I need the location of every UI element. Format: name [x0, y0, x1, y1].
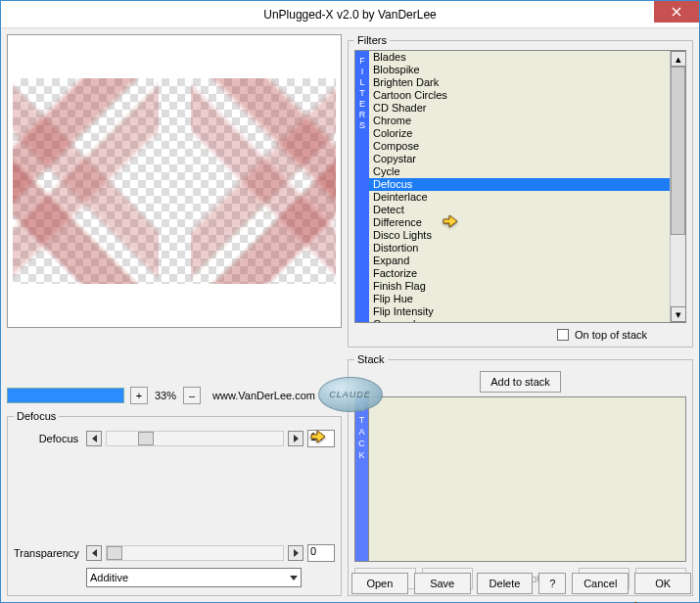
defocus-thumb[interactable] [138, 432, 154, 445]
filter-item[interactable]: Cycle [369, 165, 670, 178]
defocus-track[interactable] [106, 431, 284, 446]
blend-mode-value: Additive [90, 572, 128, 583]
scroll-thumb[interactable] [671, 67, 685, 235]
footer-button-row: Open Save Delete ? Cancel OK [351, 573, 691, 594]
filter-item[interactable]: Colorize [369, 127, 670, 140]
left-column: + 33% – www.VanDerLee.com Defocus Defocu… [7, 34, 342, 596]
transparency-label: Transparency [14, 547, 82, 559]
defocus-increment[interactable] [288, 431, 303, 446]
mode-row: Additive [14, 568, 335, 587]
filter-item[interactable]: Detect [369, 204, 670, 216]
filters-side-tab[interactable]: FILTERS [355, 51, 369, 322]
filter-item[interactable]: Blobspike [369, 64, 670, 76]
defocus-slider-row: Defocus 11 [14, 430, 335, 447]
filter-item[interactable]: Brighten Dark [369, 76, 670, 89]
transparency-slider-row: Transparency 0 [14, 544, 335, 562]
on-top-label: On top of stack [575, 329, 647, 341]
defocus-legend: Defocus [14, 410, 59, 422]
zoom-percentage: 33% [148, 390, 183, 401]
save-button[interactable]: Save [414, 573, 471, 594]
filter-item[interactable]: Compose [369, 140, 670, 153]
open-button[interactable]: Open [351, 573, 408, 594]
filter-item[interactable]: Distortion [369, 242, 670, 255]
filters-scrollbar[interactable]: ▴ ▾ [670, 51, 685, 322]
filters-list[interactable]: BladesBlobspikeBrighten DarkCartoon Circ… [369, 51, 685, 322]
filter-item[interactable]: Defocus [369, 178, 670, 191]
zoom-in-button[interactable]: + [130, 387, 148, 404]
close-icon [672, 7, 681, 17]
right-column: Filters FILTERS BladesBlobspikeBrighten … [348, 34, 693, 596]
filters-container: FILTERS BladesBlobspikeBrighten DarkCart… [354, 50, 686, 323]
filters-list-inner: BladesBlobspikeBrighten DarkCartoon Circ… [369, 51, 670, 322]
filter-item[interactable]: Flip Hue [369, 293, 670, 305]
zoom-row: + 33% – www.VanDerLee.com [7, 385, 342, 406]
filters-legend: Filters [354, 34, 390, 46]
filter-item[interactable]: Deinterlace [369, 191, 670, 204]
preview-graphic-right [174, 78, 336, 284]
pointer-annotation-icon [628, 596, 647, 603]
vendor-url[interactable]: www.VanDerLee.com [212, 390, 315, 401]
filter-item[interactable]: Factorize [369, 267, 670, 280]
add-to-stack-button[interactable]: Add to stack [480, 371, 561, 393]
filter-item[interactable]: Flip Intensity [369, 305, 670, 318]
stack-group: Stack Add to stack STACK Remove Clear Up… [348, 353, 693, 596]
filter-item[interactable]: Grayscale [369, 318, 670, 322]
delete-button[interactable]: Delete [477, 573, 534, 594]
stack-list[interactable] [368, 396, 686, 562]
defocus-label: Defocus [14, 433, 82, 444]
preview-graphic-left [13, 78, 174, 284]
titlebar: UnPlugged-X v2.0 by VanDerLee [1, 1, 699, 28]
transparency-track[interactable] [106, 545, 284, 561]
ok-button[interactable]: OK [634, 573, 691, 594]
filter-item[interactable]: Cartoon Circles [369, 89, 670, 102]
app-window: UnPlugged-X v2.0 by VanDerLee + 33% – ww… [0, 0, 700, 603]
scroll-up-button[interactable]: ▴ [671, 51, 685, 67]
filter-item[interactable]: Copystar [369, 153, 670, 165]
defocus-group: Defocus Defocus 11 Transparency 0 [7, 410, 342, 596]
transparency-thumb[interactable] [107, 546, 122, 560]
cancel-button[interactable]: Cancel [572, 573, 629, 594]
preview-image [13, 78, 336, 284]
content-area: + 33% – www.VanDerLee.com Defocus Defocu… [1, 28, 699, 602]
add-row: Add to stack [354, 369, 686, 396]
scroll-down-button[interactable]: ▾ [671, 306, 685, 322]
transparency-decrement[interactable] [86, 545, 102, 561]
on-top-checkbox[interactable] [557, 329, 569, 341]
filter-item[interactable]: Difference [369, 216, 670, 229]
on-top-row: On top of stack [354, 323, 686, 341]
transparency-value[interactable]: 0 [307, 544, 335, 562]
filter-item[interactable]: Disco Lights [369, 229, 670, 242]
zoom-out-button[interactable]: – [183, 387, 201, 404]
filters-group: Filters FILTERS BladesBlobspikeBrighten … [348, 34, 693, 348]
transparency-increment[interactable] [288, 545, 303, 561]
stack-legend: Stack [354, 353, 388, 365]
stack-body: STACK [354, 396, 686, 562]
close-button[interactable] [654, 1, 699, 23]
filter-item[interactable]: CD Shader [369, 102, 670, 115]
filter-item[interactable]: Chrome [369, 115, 670, 127]
defocus-value[interactable]: 11 [307, 430, 335, 447]
window-title: UnPlugged-X v2.0 by VanDerLee [1, 8, 699, 22]
defocus-decrement[interactable] [86, 431, 102, 446]
preview-panel [7, 34, 342, 328]
scroll-track[interactable] [671, 67, 685, 306]
help-button[interactable]: ? [538, 573, 566, 594]
blend-mode-select[interactable]: Additive [86, 568, 302, 587]
zoom-progress[interactable] [7, 388, 124, 403]
filter-item[interactable]: Finish Flag [369, 280, 670, 293]
stack-side-tab[interactable]: STACK [354, 396, 368, 562]
filter-item[interactable]: Expand [369, 255, 670, 267]
filter-item[interactable]: Blades [369, 51, 670, 64]
